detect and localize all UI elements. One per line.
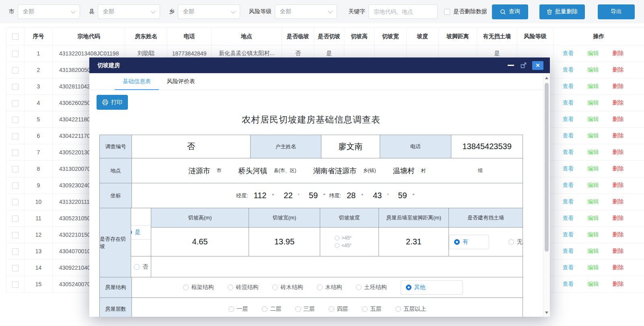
- edit-link[interactable]: 编辑: [588, 132, 599, 139]
- floors-option-radio[interactable]: 五层: [362, 305, 382, 313]
- edit-link[interactable]: 编辑: [588, 99, 599, 107]
- structure-option-radio[interactable]: 砖木结构: [272, 284, 303, 291]
- floors-option-radio[interactable]: 四层: [329, 305, 348, 313]
- scrollbar-thumb[interactable]: [545, 83, 549, 252]
- county-select[interactable]: 全部: [98, 4, 160, 19]
- delete-link[interactable]: 删除: [613, 281, 624, 288]
- edit-link[interactable]: 编辑: [588, 165, 599, 172]
- batch-delete-button[interactable]: 批量删除: [539, 4, 585, 19]
- edit-link[interactable]: 编辑: [588, 83, 599, 90]
- row-checkbox[interactable]: [12, 117, 19, 123]
- delete-link[interactable]: 删除: [613, 264, 624, 271]
- delete-link[interactable]: 删除: [613, 132, 624, 139]
- floors-option-radio[interactable]: 三层: [295, 305, 315, 313]
- view-link[interactable]: 查看: [563, 215, 574, 222]
- row-checkbox[interactable]: [12, 150, 19, 156]
- city-select[interactable]: 全部: [18, 4, 80, 19]
- floors-option-radio[interactable]: 二层: [262, 305, 282, 313]
- degree-option-radio[interactable]: <45°: [335, 243, 352, 248]
- edit-link[interactable]: 编辑: [588, 248, 599, 255]
- delete-link[interactable]: 删除: [613, 198, 624, 205]
- structure-option-radio[interactable]: 木结构: [317, 284, 342, 291]
- row-checkbox[interactable]: [12, 281, 19, 288]
- row-checkbox[interactable]: [12, 182, 19, 189]
- row-checkbox[interactable]: [12, 248, 19, 255]
- delete-link[interactable]: 删除: [613, 66, 624, 74]
- delete-link[interactable]: 删除: [613, 99, 624, 107]
- row-checkbox[interactable]: [12, 84, 19, 90]
- row-checkbox[interactable]: [12, 133, 19, 139]
- structure-option-radio[interactable]: 土坯结构: [356, 284, 387, 291]
- delete-link[interactable]: 删除: [613, 149, 624, 156]
- view-link[interactable]: 查看: [563, 198, 574, 205]
- view-link[interactable]: 查看: [563, 165, 574, 172]
- slope-no-radio[interactable]: 否: [134, 263, 148, 271]
- edit-link[interactable]: 编辑: [588, 66, 599, 74]
- view-link[interactable]: 查看: [563, 264, 574, 271]
- view-link[interactable]: 查看: [563, 231, 574, 238]
- wall-no-radio[interactable]: 无: [508, 238, 523, 246]
- delete-link[interactable]: 删除: [613, 231, 624, 238]
- edit-link[interactable]: 编辑: [588, 182, 599, 189]
- risk-level-select[interactable]: 全部: [275, 4, 337, 19]
- row-checkbox[interactable]: [12, 67, 19, 74]
- delete-link[interactable]: 删除: [613, 215, 624, 222]
- view-link[interactable]: 查看: [563, 50, 574, 57]
- print-button[interactable]: 打印: [97, 95, 128, 110]
- view-link[interactable]: 查看: [563, 182, 574, 189]
- delete-link[interactable]: 删除: [613, 50, 624, 57]
- view-link[interactable]: 查看: [563, 99, 574, 107]
- select-all-checkbox[interactable]: [12, 33, 19, 40]
- view-link[interactable]: 查看: [563, 281, 574, 288]
- maximize-button[interactable]: [521, 62, 527, 68]
- wall-yes-radio[interactable]: 有: [449, 235, 489, 249]
- delete-link[interactable]: 删除: [613, 165, 624, 172]
- row-checkbox[interactable]: [12, 232, 19, 238]
- edit-link[interactable]: 编辑: [588, 116, 599, 123]
- row-checkbox[interactable]: [12, 199, 19, 205]
- floors-option-radio[interactable]: 五层以上: [395, 305, 426, 313]
- slope-no-empty-cell: [151, 256, 523, 277]
- tab-risk-evaluation[interactable]: 风险评价表: [159, 73, 203, 90]
- tab-basic-info[interactable]: 基础信息表: [115, 73, 159, 90]
- edit-link[interactable]: 编辑: [588, 198, 599, 205]
- edit-link[interactable]: 编辑: [588, 281, 599, 288]
- structure-option-radio[interactable]: 其他: [401, 280, 463, 295]
- view-link[interactable]: 查看: [563, 116, 574, 123]
- degree-option-radio[interactable]: >45°: [335, 235, 352, 241]
- slope-yes-radio[interactable]: 是: [131, 225, 151, 240]
- delete-link[interactable]: 删除: [613, 83, 624, 90]
- scroll-up-icon[interactable]: [545, 77, 548, 79]
- delete-link[interactable]: 删除: [613, 116, 624, 123]
- minimize-button[interactable]: [508, 65, 514, 66]
- structure-option-radio[interactable]: 框架结构: [183, 284, 214, 291]
- edit-link[interactable]: 编辑: [588, 231, 599, 238]
- edit-link[interactable]: 编辑: [588, 215, 599, 222]
- edit-link[interactable]: 编辑: [588, 50, 599, 57]
- modal-scrollbar[interactable]: [543, 74, 550, 317]
- view-link[interactable]: 查看: [563, 132, 574, 139]
- row-checkbox[interactable]: [12, 100, 19, 107]
- query-button[interactable]: 查询: [492, 4, 528, 19]
- structure-option-radio[interactable]: 砖混结构: [228, 284, 259, 291]
- township-select[interactable]: 全部: [178, 4, 240, 19]
- edit-link[interactable]: 编辑: [588, 149, 599, 156]
- view-link[interactable]: 查看: [563, 149, 574, 156]
- view-link[interactable]: 查看: [563, 248, 574, 255]
- delete-link[interactable]: 删除: [613, 248, 624, 255]
- floors-option-radio[interactable]: 一层: [228, 305, 248, 313]
- modal-header[interactable]: 切坡建房 ×: [89, 57, 550, 73]
- row-checkbox[interactable]: [12, 166, 19, 172]
- row-checkbox[interactable]: [12, 265, 19, 271]
- export-button[interactable]: 导出: [598, 4, 635, 19]
- close-button[interactable]: ×: [532, 61, 543, 70]
- view-link[interactable]: 查看: [563, 83, 574, 90]
- show-deleted-checkbox[interactable]: [444, 9, 450, 15]
- delete-link[interactable]: 删除: [613, 182, 624, 189]
- row-checkbox[interactable]: [12, 215, 19, 222]
- keyword-input[interactable]: [368, 4, 438, 19]
- view-link[interactable]: 查看: [563, 66, 574, 74]
- edit-link[interactable]: 编辑: [588, 264, 599, 271]
- scroll-down-icon[interactable]: [545, 312, 548, 314]
- row-checkbox[interactable]: [12, 51, 19, 57]
